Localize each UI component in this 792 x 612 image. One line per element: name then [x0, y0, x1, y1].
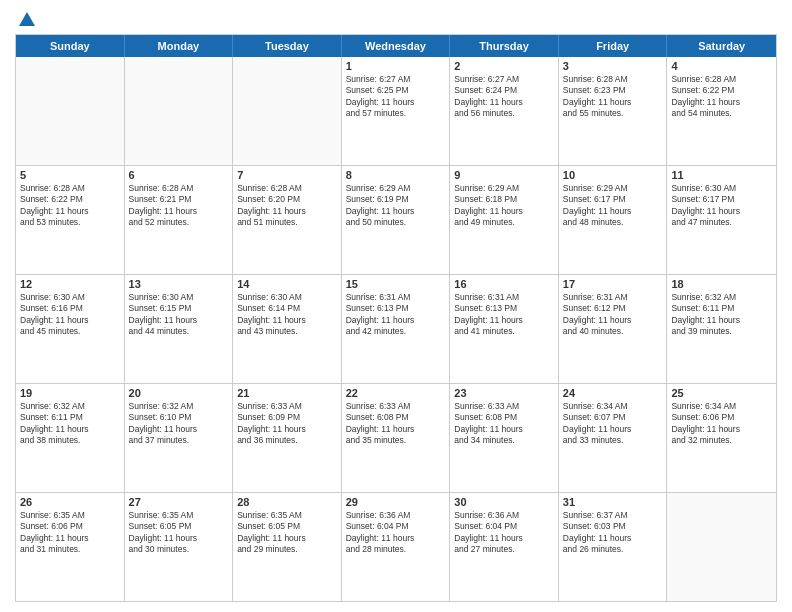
weekday-header: Wednesday: [342, 35, 451, 57]
day-number: 2: [454, 60, 554, 72]
day-number: 8: [346, 169, 446, 181]
calendar-cell: [16, 57, 125, 165]
calendar-cell: [667, 493, 776, 601]
day-info: Sunrise: 6:33 AM Sunset: 6:09 PM Dayligh…: [237, 401, 337, 447]
day-number: 13: [129, 278, 229, 290]
calendar-cell: 29Sunrise: 6:36 AM Sunset: 6:04 PM Dayli…: [342, 493, 451, 601]
day-number: 6: [129, 169, 229, 181]
calendar-cell: 12Sunrise: 6:30 AM Sunset: 6:16 PM Dayli…: [16, 275, 125, 383]
logo: [15, 10, 37, 26]
logo-text: [15, 10, 37, 30]
day-number: 5: [20, 169, 120, 181]
day-number: 7: [237, 169, 337, 181]
calendar-cell: 6Sunrise: 6:28 AM Sunset: 6:21 PM Daylig…: [125, 166, 234, 274]
day-info: Sunrise: 6:30 AM Sunset: 6:16 PM Dayligh…: [20, 292, 120, 338]
day-info: Sunrise: 6:36 AM Sunset: 6:04 PM Dayligh…: [346, 510, 446, 556]
day-info: Sunrise: 6:28 AM Sunset: 6:22 PM Dayligh…: [671, 74, 772, 120]
calendar-cell: 24Sunrise: 6:34 AM Sunset: 6:07 PM Dayli…: [559, 384, 668, 492]
day-info: Sunrise: 6:35 AM Sunset: 6:06 PM Dayligh…: [20, 510, 120, 556]
weekday-header: Thursday: [450, 35, 559, 57]
day-number: 20: [129, 387, 229, 399]
calendar-cell: 10Sunrise: 6:29 AM Sunset: 6:17 PM Dayli…: [559, 166, 668, 274]
calendar-row: 12Sunrise: 6:30 AM Sunset: 6:16 PM Dayli…: [16, 275, 776, 384]
day-info: Sunrise: 6:37 AM Sunset: 6:03 PM Dayligh…: [563, 510, 663, 556]
day-info: Sunrise: 6:34 AM Sunset: 6:07 PM Dayligh…: [563, 401, 663, 447]
calendar-cell: 3Sunrise: 6:28 AM Sunset: 6:23 PM Daylig…: [559, 57, 668, 165]
day-info: Sunrise: 6:33 AM Sunset: 6:08 PM Dayligh…: [454, 401, 554, 447]
svg-marker-0: [19, 12, 35, 26]
calendar-cell: 23Sunrise: 6:33 AM Sunset: 6:08 PM Dayli…: [450, 384, 559, 492]
day-number: 11: [671, 169, 772, 181]
day-info: Sunrise: 6:34 AM Sunset: 6:06 PM Dayligh…: [671, 401, 772, 447]
header: [15, 10, 777, 26]
logo-icon: [17, 10, 37, 30]
day-info: Sunrise: 6:29 AM Sunset: 6:19 PM Dayligh…: [346, 183, 446, 229]
day-number: 25: [671, 387, 772, 399]
calendar-cell: 21Sunrise: 6:33 AM Sunset: 6:09 PM Dayli…: [233, 384, 342, 492]
calendar-cell: [125, 57, 234, 165]
day-number: 17: [563, 278, 663, 290]
day-info: Sunrise: 6:29 AM Sunset: 6:17 PM Dayligh…: [563, 183, 663, 229]
calendar-cell: 8Sunrise: 6:29 AM Sunset: 6:19 PM Daylig…: [342, 166, 451, 274]
day-number: 28: [237, 496, 337, 508]
calendar-cell: 31Sunrise: 6:37 AM Sunset: 6:03 PM Dayli…: [559, 493, 668, 601]
calendar-cell: 2Sunrise: 6:27 AM Sunset: 6:24 PM Daylig…: [450, 57, 559, 165]
calendar-body: 1Sunrise: 6:27 AM Sunset: 6:25 PM Daylig…: [16, 57, 776, 601]
calendar: SundayMondayTuesdayWednesdayThursdayFrid…: [15, 34, 777, 602]
calendar-cell: 1Sunrise: 6:27 AM Sunset: 6:25 PM Daylig…: [342, 57, 451, 165]
calendar-row: 5Sunrise: 6:28 AM Sunset: 6:22 PM Daylig…: [16, 166, 776, 275]
calendar-cell: 19Sunrise: 6:32 AM Sunset: 6:11 PM Dayli…: [16, 384, 125, 492]
day-info: Sunrise: 6:31 AM Sunset: 6:12 PM Dayligh…: [563, 292, 663, 338]
day-info: Sunrise: 6:36 AM Sunset: 6:04 PM Dayligh…: [454, 510, 554, 556]
calendar-cell: 17Sunrise: 6:31 AM Sunset: 6:12 PM Dayli…: [559, 275, 668, 383]
page: SundayMondayTuesdayWednesdayThursdayFrid…: [0, 0, 792, 612]
calendar-cell: 25Sunrise: 6:34 AM Sunset: 6:06 PM Dayli…: [667, 384, 776, 492]
day-number: 9: [454, 169, 554, 181]
calendar-cell: 13Sunrise: 6:30 AM Sunset: 6:15 PM Dayli…: [125, 275, 234, 383]
day-info: Sunrise: 6:35 AM Sunset: 6:05 PM Dayligh…: [129, 510, 229, 556]
calendar-cell: 28Sunrise: 6:35 AM Sunset: 6:05 PM Dayli…: [233, 493, 342, 601]
day-number: 4: [671, 60, 772, 72]
day-number: 18: [671, 278, 772, 290]
day-info: Sunrise: 6:28 AM Sunset: 6:21 PM Dayligh…: [129, 183, 229, 229]
day-info: Sunrise: 6:27 AM Sunset: 6:24 PM Dayligh…: [454, 74, 554, 120]
day-number: 31: [563, 496, 663, 508]
day-number: 23: [454, 387, 554, 399]
day-number: 29: [346, 496, 446, 508]
calendar-cell: 5Sunrise: 6:28 AM Sunset: 6:22 PM Daylig…: [16, 166, 125, 274]
day-number: 19: [20, 387, 120, 399]
day-info: Sunrise: 6:32 AM Sunset: 6:11 PM Dayligh…: [20, 401, 120, 447]
day-number: 12: [20, 278, 120, 290]
calendar-cell: 14Sunrise: 6:30 AM Sunset: 6:14 PM Dayli…: [233, 275, 342, 383]
weekday-header: Monday: [125, 35, 234, 57]
day-number: 16: [454, 278, 554, 290]
day-number: 14: [237, 278, 337, 290]
calendar-cell: 30Sunrise: 6:36 AM Sunset: 6:04 PM Dayli…: [450, 493, 559, 601]
day-info: Sunrise: 6:32 AM Sunset: 6:11 PM Dayligh…: [671, 292, 772, 338]
day-info: Sunrise: 6:31 AM Sunset: 6:13 PM Dayligh…: [346, 292, 446, 338]
calendar-cell: 20Sunrise: 6:32 AM Sunset: 6:10 PM Dayli…: [125, 384, 234, 492]
day-info: Sunrise: 6:33 AM Sunset: 6:08 PM Dayligh…: [346, 401, 446, 447]
day-info: Sunrise: 6:28 AM Sunset: 6:23 PM Dayligh…: [563, 74, 663, 120]
weekday-header: Tuesday: [233, 35, 342, 57]
day-number: 27: [129, 496, 229, 508]
calendar-row: 19Sunrise: 6:32 AM Sunset: 6:11 PM Dayli…: [16, 384, 776, 493]
day-info: Sunrise: 6:30 AM Sunset: 6:14 PM Dayligh…: [237, 292, 337, 338]
day-info: Sunrise: 6:28 AM Sunset: 6:22 PM Dayligh…: [20, 183, 120, 229]
day-info: Sunrise: 6:32 AM Sunset: 6:10 PM Dayligh…: [129, 401, 229, 447]
calendar-cell: 22Sunrise: 6:33 AM Sunset: 6:08 PM Dayli…: [342, 384, 451, 492]
calendar-cell: 18Sunrise: 6:32 AM Sunset: 6:11 PM Dayli…: [667, 275, 776, 383]
calendar-cell: [233, 57, 342, 165]
day-info: Sunrise: 6:28 AM Sunset: 6:20 PM Dayligh…: [237, 183, 337, 229]
day-number: 10: [563, 169, 663, 181]
day-info: Sunrise: 6:35 AM Sunset: 6:05 PM Dayligh…: [237, 510, 337, 556]
calendar-header: SundayMondayTuesdayWednesdayThursdayFrid…: [16, 35, 776, 57]
day-number: 15: [346, 278, 446, 290]
calendar-cell: 11Sunrise: 6:30 AM Sunset: 6:17 PM Dayli…: [667, 166, 776, 274]
calendar-cell: 16Sunrise: 6:31 AM Sunset: 6:13 PM Dayli…: [450, 275, 559, 383]
day-info: Sunrise: 6:30 AM Sunset: 6:15 PM Dayligh…: [129, 292, 229, 338]
day-number: 3: [563, 60, 663, 72]
day-info: Sunrise: 6:31 AM Sunset: 6:13 PM Dayligh…: [454, 292, 554, 338]
calendar-row: 26Sunrise: 6:35 AM Sunset: 6:06 PM Dayli…: [16, 493, 776, 601]
day-number: 1: [346, 60, 446, 72]
